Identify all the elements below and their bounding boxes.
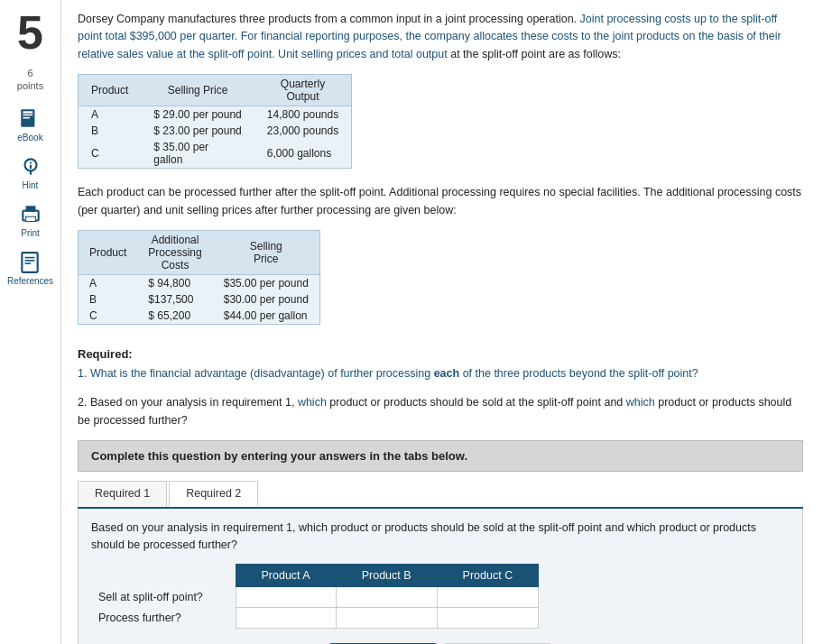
table-row: Process further? [91,608,539,629]
t2-row1-price: $35.00 per pound [213,274,319,291]
process-a-input[interactable] [236,608,318,628]
tab2-content: Based on your analysis in requirement 1,… [78,509,803,644]
table1: Product Selling Price QuarterlyOutput A … [79,75,351,168]
table1-wrapper: Product Selling Price QuarterlyOutput A … [78,74,352,169]
references-icon [18,251,42,274]
main-content: Dorsey Company manufactures three produc… [61,0,823,644]
svg-point-4 [24,159,36,170]
answer-table: Product A Product B Product C Sell at sp… [91,564,539,629]
table-row: B $ 23.00 per pound 23,000 pounds [79,123,351,139]
t2-row3-cost: $ 65,200 [137,308,212,324]
answer-col-b: Product B [336,565,437,587]
t1-row1-output: 14,800 pounds [254,106,351,124]
t1-row1-price: $ 29.00 per pound [141,106,254,124]
further-processing-intro: Each product can be processed further af… [78,184,803,219]
points-value: 6 [27,68,32,78]
sell-a-input[interactable] [236,587,318,607]
t2-row3-product: C [79,308,137,324]
process-label: Process further? [91,608,236,629]
problem-intro: Dorsey Company manufactures three produc… [78,11,803,63]
svg-rect-9 [25,206,35,212]
t1-row2-price: $ 23.00 per pound [141,123,254,139]
svg-rect-11 [23,253,38,272]
sell-label: Sell at split-off point? [91,587,236,608]
tab-required1[interactable]: Required 1 [78,481,167,507]
required-item1: 1. What is the financial advantage (disa… [78,364,803,382]
sell-b-input[interactable] [337,587,418,607]
process-c-input[interactable] [438,608,519,628]
ebook-label: eBook [17,133,42,143]
t1-row3-product: C [79,139,141,168]
t2-row1-cost: $ 94,800 [137,274,212,291]
sidebar: 5 6 points eBook Hint [0,0,61,644]
table2: Product AdditionalProcessingCosts Sellin… [79,231,319,324]
table2-col-product: Product [79,231,137,275]
process-b-cell[interactable] [336,608,437,629]
tab-required2[interactable]: Required 2 [169,481,258,507]
question-number: 5 [17,9,43,56]
sell-b-cell[interactable] [336,587,437,608]
table2-col-cost: AdditionalProcessingCosts [137,231,212,275]
table-row: Sell at split-off point? [91,587,539,608]
table-row: A $ 94,800 $35.00 per pound [79,274,319,291]
hint-button[interactable]: Hint [19,155,42,190]
print-button[interactable]: Print [19,203,42,238]
points-label: points [17,80,43,91]
table-row: A $ 29.00 per pound 14,800 pounds [79,106,351,124]
points-section: 6 points [17,67,43,93]
table1-col-product: Product [79,75,141,106]
answer-blank-header [91,565,236,587]
references-label: References [7,276,53,286]
t1-row3-output: 6,000 gallons [254,139,351,168]
svg-rect-3 [23,116,31,118]
table1-col-price: Selling Price [141,75,254,106]
hint-icon [19,155,42,179]
svg-rect-2 [23,114,33,115]
t1-row3-price: $ 35.00 pergallon [141,139,254,168]
svg-point-6 [29,161,31,163]
references-button[interactable]: References [7,251,53,286]
table2-col-price: SellingPrice [213,231,319,275]
instructions-box: Complete this question by entering your … [78,440,803,472]
t1-row2-output: 23,000 pounds [254,123,351,139]
table-row: C $ 35.00 pergallon 6,000 gallons [79,139,351,168]
answer-col-a: Product A [236,565,336,587]
required-item2: 2. Based on your analysis in requirement… [78,393,803,429]
t2-row2-price: $30.00 per pound [213,291,319,308]
process-c-cell[interactable] [437,608,539,629]
svg-rect-10 [25,216,35,221]
table1-col-output: QuarterlyOutput [254,75,351,106]
tabs-row: Required 1 Required 2 [78,481,803,509]
answer-col-c: Product C [437,565,539,587]
ebook-icon [18,107,42,131]
tab2-description: Based on your analysis in requirement 1,… [91,520,790,554]
table-row: C $ 65,200 $44.00 per gallon [79,308,319,324]
table-row: B $137,500 $30.00 per pound [79,291,319,308]
page-layout: 5 6 points eBook Hint [0,0,823,644]
t1-row1-product: A [79,106,141,124]
hint-label: Hint [23,180,39,190]
t1-row2-product: B [79,123,141,139]
t2-row2-cost: $137,500 [137,291,212,308]
ebook-button[interactable]: eBook [17,107,42,143]
required-title: Required: [78,347,803,361]
sell-c-cell[interactable] [437,587,539,608]
sell-c-input[interactable] [438,587,519,607]
t2-row2-product: B [79,291,137,308]
process-b-input[interactable] [337,608,418,628]
table2-wrapper: Product AdditionalProcessingCosts Sellin… [78,230,320,325]
process-a-cell[interactable] [236,608,336,629]
t2-row3-price: $44.00 per gallon [213,308,319,324]
required-section: Required: 1. What is the financial advan… [78,347,803,644]
sell-a-cell[interactable] [236,587,336,608]
t2-row1-product: A [79,274,137,291]
print-icon [19,203,42,226]
print-label: Print [21,228,40,238]
svg-rect-1 [23,111,33,113]
